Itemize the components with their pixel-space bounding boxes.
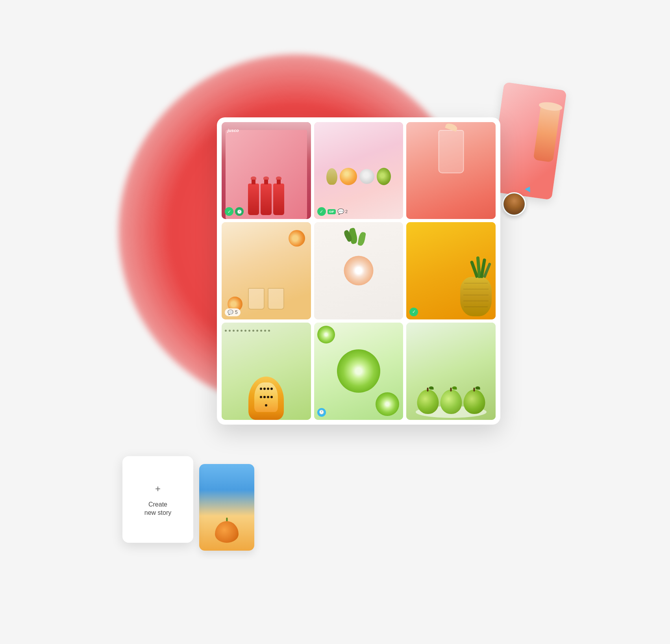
grid-cell-2[interactable]: ✓ GIF 💬 2 (314, 122, 403, 219)
comment-bubble-4: 💬 5 (225, 308, 241, 316)
check-badge-6: ✓ (409, 308, 418, 316)
grid-cell-4[interactable]: 💬 5 (222, 222, 311, 319)
clock-badge-8: 🕐 (317, 408, 326, 417)
grid-cell-5[interactable] (314, 222, 403, 319)
plus-icon: + (151, 482, 165, 496)
grid-cell-9[interactable] (406, 323, 496, 420)
grid-cell-3[interactable] (406, 122, 496, 219)
clock-badge-green: 🕐 (235, 207, 244, 216)
create-story-card[interactable]: + Create new story (122, 456, 193, 543)
image-grid-panel: jusco ✓ 🕐 ✓ GIF (217, 117, 500, 425)
story-card-2[interactable] (199, 464, 254, 551)
grid-cell-6[interactable]: ✓ (406, 222, 496, 319)
gif-badge: GIF (328, 209, 336, 214)
check-badge: ✓ (225, 207, 233, 216)
check-badge-2: ✓ (317, 207, 326, 216)
grid-cell-1[interactable]: jusco ✓ 🕐 (222, 122, 311, 219)
main-scene: jusco ✓ 🕐 ✓ GIF (99, 46, 571, 598)
comment-count-2: 2 (345, 209, 348, 214)
avatar (502, 192, 526, 216)
badge-container-1: ✓ 🕐 (225, 207, 244, 216)
brand-label: jusco (228, 128, 239, 133)
badge-container-2: ✓ GIF 💬 2 (317, 207, 348, 216)
badge-container-6: ✓ (409, 308, 418, 316)
comment-badge: 💬 2 (337, 208, 348, 215)
create-story-label: Create new story (144, 501, 171, 517)
floating-drink-card (489, 82, 566, 200)
comment-count-4: 5 (235, 310, 238, 315)
grid-cell-7[interactable] (222, 323, 311, 420)
grid-cell-8[interactable]: 🕐 (314, 323, 403, 420)
